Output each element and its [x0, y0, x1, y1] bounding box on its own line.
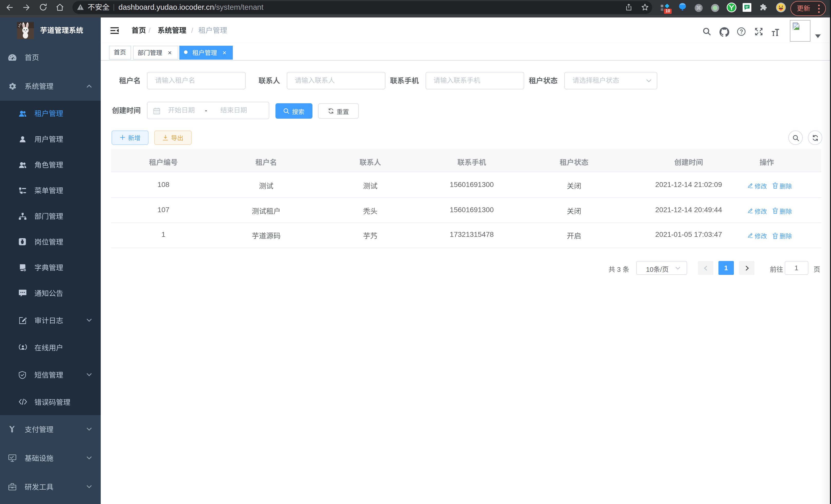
svg-text:⌘: ⌘ — [696, 5, 701, 10]
